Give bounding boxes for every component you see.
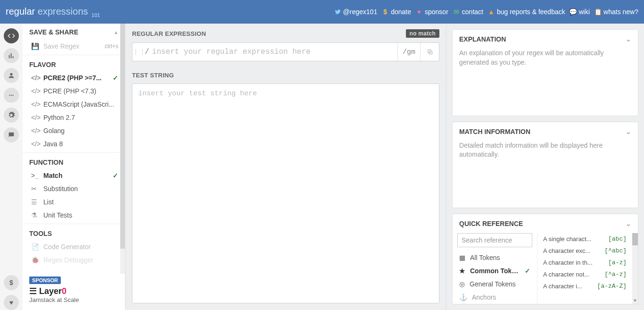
- save-regex-label: Save Regex: [43, 42, 79, 50]
- match-info-panel: MATCH INFORMATION ⌄ Detailed match infor…: [452, 122, 638, 209]
- copy-regex-button[interactable]: [420, 43, 439, 61]
- chevron-down-icon: ⌄: [626, 35, 631, 43]
- function-label: List: [43, 198, 54, 206]
- match-body: Detailed match information will be displ…: [453, 141, 638, 166]
- list-icon: ☰: [31, 198, 38, 206]
- rail-quiz[interactable]: [4, 88, 19, 103]
- tool-debugger[interactable]: 🐞 Regex Debugger: [23, 253, 125, 267]
- rail-regex-editor[interactable]: [4, 28, 19, 43]
- heart-icon: ♥: [416, 8, 422, 15]
- function-list[interactable]: ☰ List: [23, 195, 125, 209]
- svg-point-5: [11, 95, 12, 96]
- wiki-link[interactable]: 💬 wiki: [570, 8, 590, 16]
- flags-selector[interactable]: / gm: [397, 43, 420, 61]
- quickref-scrollbar[interactable]: ▼: [632, 233, 638, 304]
- check-icon: ✓: [113, 172, 118, 179]
- twitter-label: @regex101: [343, 8, 378, 16]
- explanation-body: An explanation of your regex will be aut…: [453, 49, 638, 74]
- code-icon: </>: [31, 101, 38, 108]
- qr-item[interactable]: A single charact... [abc]: [537, 233, 638, 245]
- logo-sub: 101: [91, 12, 100, 18]
- header-links: @regex101 $ donate ♥ sponsor ✉ contact ▲…: [334, 8, 638, 16]
- contact-link[interactable]: ✉ contact: [453, 8, 483, 16]
- svg-rect-0: [9, 55, 10, 59]
- explanation-head[interactable]: EXPLANATION ⌄: [453, 30, 638, 49]
- chevron-down-icon: ⌄: [626, 220, 631, 227]
- rail-settings[interactable]: [4, 108, 19, 123]
- sponsor-block[interactable]: ☰ Layer0 Jamstack at Scale: [23, 286, 125, 310]
- slash-close: /: [403, 48, 407, 56]
- match-info-head[interactable]: MATCH INFORMATION ⌄: [453, 122, 638, 141]
- check-icon: ✓: [525, 267, 530, 275]
- logo-word2: expressions: [38, 6, 88, 17]
- donate-link[interactable]: $ donate: [382, 8, 411, 16]
- qr-cat-label: General Tokens: [470, 280, 516, 288]
- site-logo[interactable]: regular expressions 101: [6, 6, 100, 18]
- tool-codegen[interactable]: 📄 Code Generator: [23, 240, 125, 253]
- qr-item[interactable]: A character exc... [^abc]: [537, 245, 638, 257]
- rail-donate[interactable]: $: [4, 275, 19, 290]
- qr-item[interactable]: A character not... [^a-z]: [537, 268, 638, 280]
- flavor-pcre[interactable]: </> PCRE (PHP <7.3): [23, 84, 125, 98]
- quickref-head[interactable]: QUICK REFERENCE ⌄: [453, 214, 638, 233]
- flavor-ecmascript[interactable]: </> ECMAScript (JavaScri...: [23, 98, 125, 111]
- warning-icon: ▲: [488, 8, 495, 15]
- folder-icon: ▦: [459, 254, 465, 261]
- quickref-scroll-thumb[interactable]: [632, 233, 638, 245]
- tool-label: Regex Debugger: [43, 256, 93, 264]
- rail-chat[interactable]: [4, 127, 19, 142]
- sponsor-link[interactable]: ♥ sponsor: [416, 8, 448, 16]
- save-regex-item[interactable]: 💾 Save Regex ctrl+s: [23, 40, 125, 53]
- function-match[interactable]: >_ Match ✓: [23, 169, 125, 182]
- sidebar-scrollbar[interactable]: [120, 24, 125, 274]
- code-icon: </>: [31, 74, 38, 82]
- qr-cat-general[interactable]: ◎ General Tokens: [453, 277, 537, 291]
- regex-input[interactable]: [149, 48, 397, 56]
- flavor-golang[interactable]: </> Golang: [23, 124, 125, 137]
- sponsor-logo: ☰ Layer0: [29, 286, 118, 296]
- quickref-categories: ▦ All Tokens ★ Common Toke... ✓ ◎ Genera…: [453, 233, 537, 304]
- qr-item-code: [abc]: [608, 235, 627, 243]
- qr-cat-common[interactable]: ★ Common Toke... ✓: [453, 264, 537, 277]
- flavor-pcre2[interactable]: </> PCRE2 (PHP >=7... ✓: [23, 71, 125, 84]
- sponsor-badge: SPONSOR: [29, 276, 61, 284]
- flavor-python[interactable]: </> Python 2.7: [23, 111, 125, 124]
- qr-cat-anchors[interactable]: ⚓ Anchors: [453, 291, 537, 304]
- bugs-link[interactable]: ▲ bug reports & feedback: [488, 8, 565, 16]
- donate-label: donate: [391, 8, 411, 16]
- function-label: Unit Tests: [43, 211, 72, 219]
- twitter-link[interactable]: @regex101: [334, 8, 378, 16]
- qr-cat-label: Anchors: [472, 293, 496, 301]
- qr-item[interactable]: A character i... [a-zA-Z]: [537, 280, 638, 292]
- code-icon: </>: [31, 140, 38, 148]
- rail-favorite[interactable]: ♥: [4, 295, 19, 310]
- qr-cat-label: Common Toke...: [470, 267, 520, 275]
- icon-rail: $ ♥: [0, 24, 23, 310]
- flags-text: gm: [407, 48, 415, 56]
- qr-cat-all[interactable]: ▦ All Tokens: [453, 251, 537, 264]
- bug-icon: 🐞: [31, 256, 38, 264]
- sidebar: SAVE & SHARE ▲ 💾 Save Regex ctrl+s FLAVO…: [23, 24, 125, 310]
- whatsnew-link[interactable]: 📋 whats new?: [594, 8, 638, 16]
- rail-account[interactable]: [4, 68, 19, 83]
- qr-item[interactable]: A character in th... [a-z]: [537, 257, 638, 268]
- rail-library[interactable]: [4, 48, 19, 63]
- test-string-input[interactable]: [132, 84, 439, 303]
- sidebar-scroll-thumb[interactable]: [120, 24, 125, 249]
- flavor-label: Java 8: [43, 140, 63, 148]
- flavor-java[interactable]: </> Java 8: [23, 137, 125, 151]
- section-save-share[interactable]: SAVE & SHARE ▲: [23, 24, 125, 40]
- quickref-panel: QUICK REFERENCE ⌄ ▦ All Tokens ★ Common …: [452, 214, 638, 304]
- mail-icon: ✉: [453, 8, 460, 15]
- explanation-title: EXPLANATION: [459, 35, 506, 43]
- quickref-search-input[interactable]: [457, 233, 532, 247]
- test-title: TEST STRING: [132, 72, 174, 79]
- slash-open: /: [145, 48, 149, 56]
- function-unittests[interactable]: ⚗ Unit Tests: [23, 209, 125, 222]
- drag-handle-icon[interactable]: ⋮⋮: [132, 48, 145, 56]
- logo-word1: regular: [6, 6, 35, 17]
- function-substitution[interactable]: ✂ Substitution: [23, 182, 125, 195]
- news-icon: 📋: [594, 8, 601, 15]
- scroll-down-icon[interactable]: ▼: [632, 298, 638, 304]
- bugs-label: bug reports & feedback: [497, 8, 565, 16]
